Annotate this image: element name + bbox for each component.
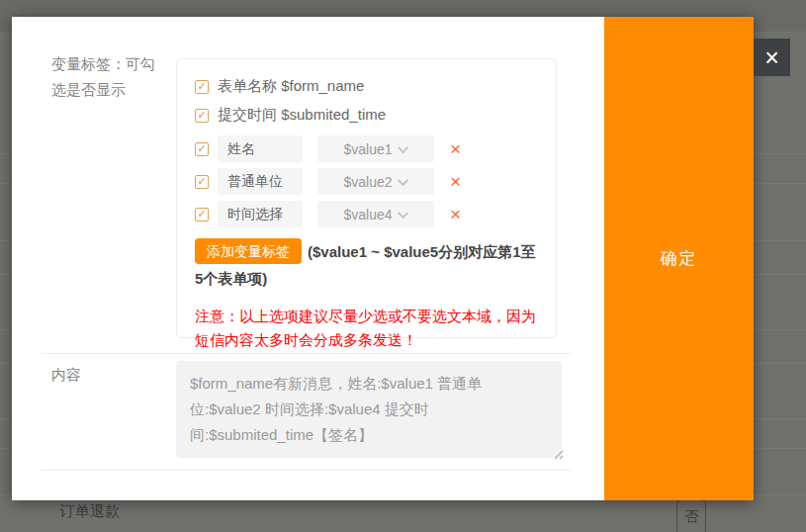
- section-divider: [42, 353, 571, 354]
- value-select-label: $value4: [343, 207, 392, 222]
- field-name-input[interactable]: 姓名: [218, 135, 303, 162]
- field-name-input[interactable]: 时间选择: [218, 201, 303, 227]
- add-variable-row: 添加变量标签($value1 ~ $value5分别对应第1至5个表单项): [195, 238, 540, 292]
- sms-variable-settings-dialog: 变量标签：可勾选是否显示 内容 ✓ 表单名称 $form_name ✓ 提交时间…: [12, 17, 754, 500]
- fixed-option-label: 提交时间 $submited_time: [218, 106, 386, 125]
- chevron-down-icon: [397, 141, 407, 152]
- chevron-down-icon: [397, 174, 407, 185]
- value-select[interactable]: $value4: [317, 201, 434, 227]
- variable-section-label: 变量标签：可勾选是否显示: [51, 51, 168, 103]
- sms-length-warning: 注意：以上选项建议尽量少选或不要选文本域，因为短信内容太多时会分成多条发送！: [195, 305, 540, 352]
- checkbox-variable-1[interactable]: ✓: [195, 142, 209, 156]
- value-select-label: $value1: [343, 141, 392, 157]
- close-icon[interactable]: ×: [754, 39, 790, 76]
- checkbox-variable-2[interactable]: ✓: [195, 175, 209, 189]
- add-variable-tag-button[interactable]: 添加变量标签: [195, 238, 302, 264]
- value-select[interactable]: $value2: [317, 168, 434, 195]
- value-select-label: $value2: [343, 174, 392, 190]
- background-row-label: 订单退款: [59, 502, 121, 521]
- field-name-input[interactable]: 普通单位: [218, 168, 303, 195]
- value-select[interactable]: $value1: [317, 135, 434, 162]
- confirm-button[interactable]: 确定: [604, 17, 754, 500]
- variable-tag-row: ✓ 姓名 $value1 ×: [195, 135, 540, 162]
- fixed-option-row: ✓ 表单名称 $form_name: [195, 72, 540, 101]
- remove-row-icon[interactable]: ×: [450, 139, 461, 158]
- chevron-down-icon: [397, 207, 407, 218]
- fixed-option-label: 表单名称 $form_name: [218, 77, 364, 96]
- checkbox-form-name[interactable]: ✓: [195, 80, 209, 94]
- background-no-button[interactable]: 否: [676, 499, 706, 532]
- remove-row-icon[interactable]: ×: [450, 205, 461, 223]
- content-section-label: 内容: [51, 362, 168, 388]
- checkbox-submitted-time[interactable]: ✓: [195, 109, 209, 123]
- fixed-option-row: ✓ 提交时间 $submited_time: [195, 101, 540, 130]
- sms-content-textarea[interactable]: $form_name有新消息，姓名:$value1 普通单位:$value2 时…: [176, 361, 562, 458]
- variable-tag-row: ✓ 时间选择 $value4 ×: [195, 201, 540, 227]
- confirm-button-label: 确定: [661, 247, 698, 270]
- remove-row-icon[interactable]: ×: [450, 172, 461, 191]
- variable-options-box: ✓ 表单名称 $form_name ✓ 提交时间 $submited_time …: [176, 58, 557, 338]
- variable-tag-row: ✓ 普通单位 $value2 ×: [195, 168, 540, 195]
- section-divider: [42, 470, 571, 471]
- checkbox-variable-3[interactable]: ✓: [195, 208, 209, 222]
